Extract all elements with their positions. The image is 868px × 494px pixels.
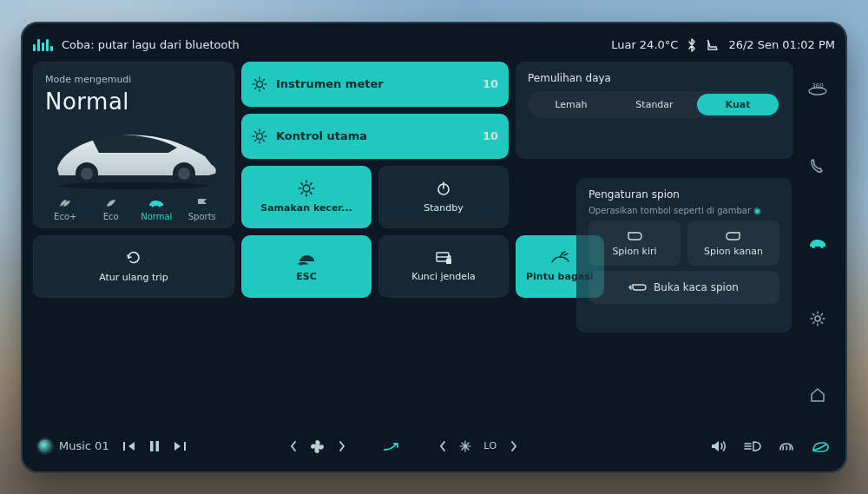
svg-point-16 [257,133,263,139]
sidebar-settings[interactable] [804,305,832,333]
date-time: 26/2 Sen 01:02 PM [728,38,835,51]
tile-label: Standby [424,202,463,214]
svg-point-25 [303,185,310,192]
snowflake-icon [459,440,471,452]
svg-line-15 [263,79,265,81]
svg-line-33 [310,183,312,185]
sidebar-phone[interactable] [804,152,832,180]
mirror-right-button[interactable]: Spion kanan [687,221,779,266]
sun-icon [298,180,315,197]
voice-hint-text: Coba: putar lagu dari bluetooth [62,38,240,51]
svg-line-12 [255,79,257,81]
mode-eco[interactable]: Eco [91,197,132,221]
car-illustration [45,118,222,190]
reset-icon [125,249,142,267]
main-control-brightness-tile[interactable]: Kontrol utama 10 [241,114,509,159]
volume-icon[interactable] [710,439,727,453]
car-skid-icon [297,250,316,266]
defrost-icon[interactable] [778,439,795,453]
mirror-unfold-button[interactable]: Buka kaca spion [589,271,779,304]
mode-ecoplus[interactable]: Eco+ [45,197,86,221]
svg-line-23 [255,140,257,142]
panel-title: Pemulihan daya [528,72,781,84]
drive-mode-value: Normal [45,89,222,115]
tile-label: Instrumen meter [276,77,384,90]
svg-line-24 [263,131,265,133]
next-track-icon[interactable] [174,440,187,452]
mirror-left-icon [625,230,644,242]
tile-value: 10 [483,77,498,90]
chevron-left-icon[interactable] [289,440,298,452]
esc-tile[interactable]: ESC [241,235,372,298]
tile-value: 10 [483,129,498,142]
svg-rect-44 [150,441,154,451]
voice-activity-icon [33,39,53,51]
sidebar-360view[interactable]: 360 [804,76,832,103]
power-option-weak[interactable]: Lemah [530,94,612,115]
climate-controls: LO [289,438,517,454]
tile-label: Kunci jendela [411,271,476,282]
flag-icon [196,197,208,209]
bottom-bar: Music 01 LO [33,428,835,464]
chevron-left-icon[interactable] [438,440,447,452]
eco-leaf-icon[interactable] [811,439,830,453]
chevron-right-icon[interactable] [510,440,518,452]
panel-subtitle: Operasikan tombol seperti di gambar ◉ [589,206,779,216]
mode-normal[interactable]: Normal [136,197,177,221]
mirror-right-icon [724,230,743,242]
chevron-right-icon[interactable] [338,440,346,452]
sync-speed-tile[interactable]: Samakan kecer... [241,166,372,228]
power-icon [435,180,452,197]
joystick-hint-icon: ◉ [753,206,761,215]
tile-label: Atur ulang trip [99,272,168,283]
trunk-open-icon [549,250,570,266]
mode-sports[interactable]: Sports [182,197,223,221]
airflow-icon[interactable] [383,440,402,452]
power-option-strong[interactable]: Kuat [697,94,779,115]
drive-mode-caption: Mode mengemudi [45,74,222,85]
mode-label: Eco+ [54,212,76,221]
standby-tile[interactable]: Standby [378,166,509,228]
mirror-unfold-icon [629,282,648,293]
right-sidebar: 360 [800,62,835,423]
main-content: Mode mengemudi Normal [33,62,835,423]
bottom-right-controls [710,439,830,453]
mode-label: Eco [103,212,119,221]
pause-icon[interactable] [149,440,160,452]
360-icon: 360 [807,81,828,98]
mode-label: Sports [188,212,216,221]
svg-rect-46 [184,442,186,451]
headlight-icon[interactable] [743,440,762,452]
button-label: Spion kanan [704,246,763,257]
fan-icon[interactable] [310,438,326,454]
button-label: Spion kiri [612,246,656,257]
power-recovery-segmented: Lemah Standar Kuat [528,91,781,118]
seat-icon [706,39,720,51]
svg-line-13 [263,88,265,89]
phone-icon [809,157,826,175]
button-label: Buka kaca spion [654,281,739,293]
media-info[interactable]: Music 01 [38,439,109,453]
tile-label: Samakan kecer... [260,202,352,214]
instrument-brightness-tile[interactable]: Instrumen meter 10 [241,62,509,107]
svg-line-21 [255,131,257,133]
sidebar-home[interactable] [804,381,832,409]
mirror-left-button[interactable]: Spion kiri [589,221,681,266]
car-icon [148,197,164,209]
window-lock-tile[interactable]: Kunci jendela [378,235,509,298]
top-status-bar: Coba: putar lagu dari bluetooth Luar 24.… [33,34,835,56]
svg-point-7 [257,81,263,87]
sidebar-car-settings[interactable] [804,228,832,256]
track-title: Music 01 [59,439,109,452]
reset-trip-tile[interactable]: Atur ulang trip [33,235,234,298]
mirror-buttons-row: Spion kiri Spion kanan [589,221,779,266]
car-settings-icon [808,235,827,249]
home-icon [809,386,826,404]
power-option-standard[interactable]: Standar [614,94,695,115]
prev-track-icon[interactable] [122,440,135,452]
drive-mode-selector: Eco+ Eco Normal Sports [45,197,222,221]
svg-point-6 [159,204,161,207]
infotainment-screen: Coba: putar lagu dari bluetooth Luar 24.… [21,22,847,473]
sun-icon [252,76,267,92]
window-lock-icon [434,250,453,266]
